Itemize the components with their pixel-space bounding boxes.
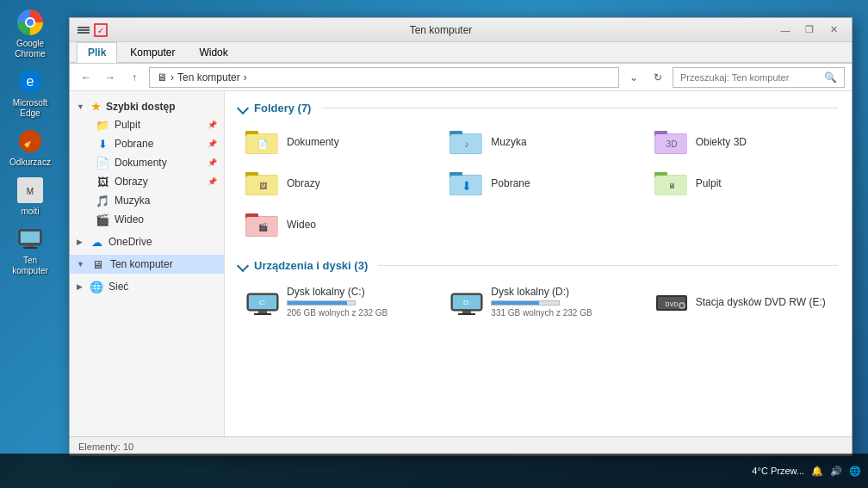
drive-item-dvd[interactable]: DVD Stacja dysków DVD RW (E:) — [648, 282, 838, 321]
title-bar-icons: ✓ — [77, 23, 108, 37]
forward-button[interactable]: → — [101, 68, 120, 87]
folder-item-muzyka[interactable]: ♪ Muzyka — [443, 125, 633, 159]
tab-widok[interactable]: Widok — [188, 42, 239, 63]
dropdown-button[interactable]: ⌄ — [624, 68, 643, 87]
folder-item-pobrane[interactable]: ⬇ Pobrane — [443, 166, 633, 201]
svg-rect-11 — [78, 29, 90, 31]
star-icon: ★ — [91, 101, 101, 113]
folder-icon-pulpit: 🖥 — [654, 170, 689, 197]
close-button[interactable]: ✕ — [822, 22, 845, 39]
ten-komputer-section: ▼ 🖥 Ten komputer — [70, 255, 224, 274]
svg-text:✓: ✓ — [97, 26, 104, 35]
edge-desktop-icon[interactable]: e Microsoft Edge — [4, 68, 56, 119]
address-bar: ← → ↑ 🖥 › Ten komputer › ⌄ ↻ 🔍 — [70, 64, 852, 91]
sidebar-item-pulpit[interactable]: 📁 Pulpit 📌 — [70, 115, 224, 134]
muzyka-icon: 🎵 — [96, 194, 109, 207]
chrome-desktop-icon[interactable]: Google Chrome — [4, 9, 56, 59]
dokumenty-icon: 📄 — [96, 156, 109, 170]
svg-text:C:: C: — [259, 299, 266, 306]
sidebar-item-siec[interactable]: ▶ 🌐 Sieć — [70, 277, 224, 296]
up-button[interactable]: ↑ — [125, 68, 144, 87]
pin-icon3: 📌 — [208, 158, 217, 167]
moiti-icon-label: moiti — [21, 207, 39, 217]
odkurzacz-desktop-icon[interactable]: 🧹 Odkurzacz — [4, 127, 56, 168]
drive-item-c[interactable]: C: Dysk lokalny (C:) 206 GB wolnych z 23… — [239, 282, 429, 321]
status-text: Elementy: 10 — [78, 442, 133, 452]
drive-c-bar-container — [287, 300, 356, 306]
wideo-icon: 🎬 — [96, 213, 109, 226]
folder-label-muzyka: Muzyka — [491, 136, 526, 148]
folder-label-obrazy: Obrazy — [287, 177, 320, 189]
odkurzacz-icon: 🧹 — [16, 127, 44, 155]
quick-access-header[interactable]: ▼ ★ Szybki dostęp — [70, 98, 224, 115]
folder-label-obiekty3d: Obiekty 3D — [696, 136, 747, 148]
drive-d-space: 331 GB wolnych z 232 GB — [491, 308, 592, 318]
sidebar-dokumenty-label: Dokumenty — [115, 157, 167, 169]
svg-rect-8 — [26, 244, 34, 247]
chrome-icon-label: Google Chrome — [4, 39, 56, 59]
folder-label-wideo: Wideo — [287, 219, 316, 231]
drive-item-d[interactable]: D: Dysk lokalny (D:) 331 GB wolnych z 23… — [443, 282, 633, 321]
address-path[interactable]: 🖥 › Ten komputer › — [149, 67, 619, 88]
sidebar-onedrive-label: OneDrive — [108, 236, 152, 248]
folders-section-header: Foldery (7) — [239, 102, 838, 114]
title-bar: ✓ Ten komputer — ❐ ✕ — [70, 18, 852, 42]
back-button[interactable]: ← — [77, 68, 96, 87]
desktop: Google Chrome e Microsoft Edge 🧹 Odkurza… — [0, 0, 868, 488]
quick-access-icon: ✓ — [94, 23, 108, 37]
folder-item-pulpit[interactable]: 🖥 Pulpit — [648, 166, 838, 201]
folder-item-obiekty3d[interactable]: 3D Obiekty 3D — [648, 125, 838, 159]
drive-dvd-name: Stacja dysków DVD RW (E:) — [696, 296, 826, 308]
sidebar-item-dokumenty[interactable]: 📄 Dokumenty 📌 — [70, 153, 224, 172]
svg-rect-46 — [254, 313, 271, 315]
taskbar-weather: 4°C Przew... — [752, 466, 804, 476]
folder-icon-wideo: 🎬 — [245, 211, 280, 238]
moiti-desktop-icon[interactable]: M moiti — [4, 176, 56, 217]
tab-plik[interactable]: Plik — [77, 42, 117, 63]
path-separator: › — [170, 71, 174, 83]
quick-access-label: Szybki dostęp — [106, 101, 176, 113]
tab-komputer[interactable]: Komputer — [119, 42, 186, 63]
current-path: Ten komputer — [177, 71, 240, 83]
drive-d-info: Dysk lokalny (D:) 331 GB wolnych z 232 G… — [491, 286, 592, 318]
sidebar-item-pobrane[interactable]: ⬇ Pobrane 📌 — [70, 134, 224, 153]
taskbar: 4°C Przew... 🔔 🔊 🌐 — [0, 454, 868, 488]
devices-section-divider — [378, 265, 838, 266]
folder-item-dokumenty[interactable]: 📄 Dokumenty — [239, 125, 429, 159]
folder-item-wideo[interactable]: 🎬 Wideo — [239, 207, 429, 242]
edge-icon-label: Microsoft Edge — [4, 98, 56, 119]
sidebar-item-onedrive[interactable]: ▶ ☁ OneDrive — [70, 232, 224, 251]
sidebar-pulpit-label: Pulpit — [115, 119, 140, 131]
explorer-window: ✓ Ten komputer — ❐ ✕ Plik Komputer Widok… — [69, 17, 852, 456]
ten-komputer-desktop-icon[interactable]: Ten komputer — [4, 225, 56, 276]
drive-c-space: 206 GB wolnych z 232 GB — [287, 308, 388, 318]
minimize-button[interactable]: — — [774, 22, 797, 39]
taskbar-network-icon: 🌐 — [849, 466, 861, 477]
svg-text:🖼: 🖼 — [259, 182, 267, 190]
svg-text:e: e — [27, 74, 34, 89]
sidebar: ▼ ★ Szybki dostęp 📁 Pulpit 📌 ⬇ Pobrane — [70, 91, 225, 436]
edge-icon: e — [16, 68, 44, 96]
devices-section-title: Urządzenia i dyski (3) — [254, 259, 368, 272]
pulpit-icon: 📁 — [96, 118, 109, 132]
folder-icon-muzyka: ♪ — [450, 128, 484, 156]
sidebar-item-wideo[interactable]: 🎬 Wideo — [70, 210, 224, 229]
taskbar-sound-icon: 🔊 — [830, 466, 842, 477]
drive-c-info: Dysk lokalny (C:) 206 GB wolnych z 232 G… — [287, 286, 388, 318]
search-box[interactable]: 🔍 — [673, 67, 845, 88]
sidebar-item-ten-komputer[interactable]: ▼ 🖥 Ten komputer — [70, 255, 224, 274]
onedrive-icon: ☁ — [90, 235, 103, 249]
window-controls: — ❐ ✕ — [774, 22, 845, 39]
ten-komputer-sidebar-icon: 🖥 — [91, 257, 105, 271]
chevron-down-icon2: ▼ — [77, 260, 84, 269]
sidebar-pobrane-label: Pobrane — [115, 138, 153, 150]
search-input[interactable] — [680, 72, 824, 83]
sidebar-item-muzyka[interactable]: 🎵 Muzyka — [70, 191, 224, 210]
taskbar-system-tray: 4°C Przew... 🔔 🔊 🌐 — [752, 466, 861, 477]
content-area: Foldery (7) 📄 Dokumenty — [225, 91, 852, 436]
refresh-button[interactable]: ↻ — [648, 68, 667, 87]
sidebar-item-obrazy[interactable]: 🖼 Obrazy 📌 — [70, 172, 224, 191]
maximize-button[interactable]: ❐ — [798, 22, 821, 39]
folder-item-obrazy[interactable]: 🖼 Obrazy — [239, 166, 429, 201]
section-divider — [321, 108, 838, 108]
